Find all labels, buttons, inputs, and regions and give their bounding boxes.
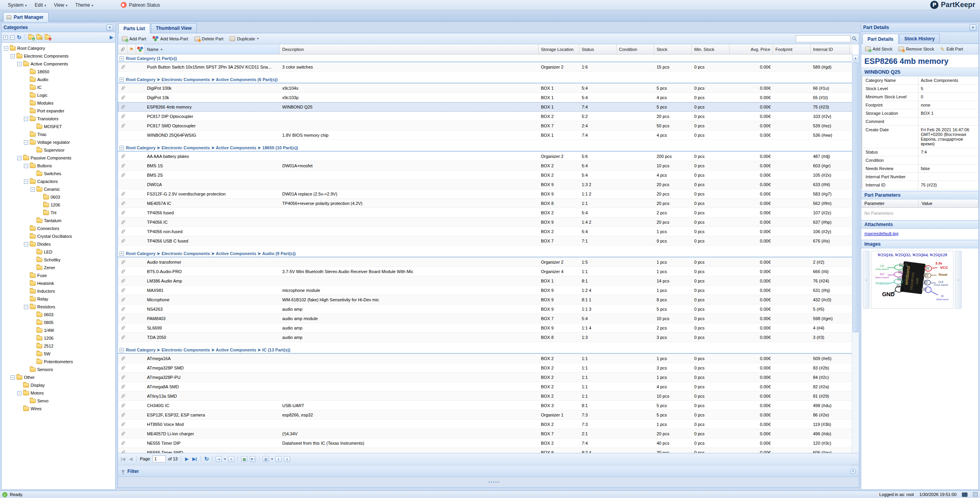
tab-thumbnail-view[interactable]: Thumbnail View — [151, 23, 197, 33]
sync-indicator-icon[interactable] — [973, 492, 978, 497]
group-collapse-icon[interactable]: − — [120, 78, 124, 82]
search-input[interactable] — [796, 35, 851, 42]
table-row[interactable]: ATmega328P SMDBOX 21:13 pcs0 pcs0.00€83 … — [118, 363, 853, 373]
tab-stock-history[interactable]: Stock History — [899, 34, 940, 43]
tree-item[interactable]: 0603 — [2, 193, 115, 201]
table-row[interactable]: TP4056 USB C fusedBOX 77:19 pcs0 pcs0.00… — [118, 236, 853, 246]
filter-add-icon[interactable]: ▼+ — [250, 456, 256, 462]
column-footprint[interactable]: Footprint — [773, 44, 811, 54]
table-row[interactable]: ME4057D Li-Ion charger(!)4.34VBOX 72:120… — [118, 429, 853, 438]
panel-resize-strip[interactable] — [118, 476, 859, 487]
collapse-right-panel-button[interactable]: » — [969, 24, 976, 31]
table-row[interactable]: PAM8403audio amp moduleBOX 75:410 pcs0 p… — [118, 314, 853, 323]
tree-item[interactable]: −Passive Components — [2, 154, 115, 162]
system-monitor-icon[interactable] — [962, 493, 967, 497]
tree-item[interactable]: Heatsink — [2, 279, 115, 287]
tree-item[interactable]: −Active Components — [2, 60, 115, 68]
add-part-button[interactable]: + Add Part — [120, 36, 148, 42]
tree-item[interactable]: Modules — [2, 99, 115, 107]
table-row[interactable]: Push Button Switch 10x15mm SPST 2Pin 3A … — [118, 62, 853, 72]
tree-item[interactable]: 5W — [2, 350, 115, 358]
patreon-status-button[interactable]: Patreon Status — [121, 2, 160, 8]
attachment-link[interactable]: maxresdefault.jpg — [864, 231, 898, 236]
scrollbar-thumb[interactable] — [853, 62, 858, 332]
tree-item[interactable]: −Other — [2, 373, 115, 381]
collapse-left-panel-button[interactable]: « — [106, 24, 113, 31]
column-name[interactable]: Name▲ — [145, 44, 280, 54]
tree-item[interactable]: Potentiometers — [2, 358, 115, 366]
columns-icon[interactable]: ▥ — [263, 456, 269, 462]
restore-grid-state-icon[interactable]: ⇓ — [284, 456, 290, 462]
scroll-up-icon[interactable]: ▲ — [853, 55, 858, 61]
table-row[interactable]: ME4057A ICTP4056+reverse polarity protec… — [118, 199, 853, 208]
tree-item[interactable]: −Transistors — [2, 115, 115, 123]
table-row[interactable]: ATtiny13a SMDBOX 21:110 pcs0 pcs0.00€81 … — [118, 391, 853, 401]
page-last-button[interactable]: ▶| — [192, 456, 198, 462]
tree-item[interactable]: Schottky — [2, 256, 115, 264]
tree-collapse-icon[interactable]: − — [17, 391, 22, 395]
table-row[interactable]: FS312F-G 2.9V overdischarge protectionDW… — [118, 189, 853, 199]
table-row[interactable]: CH340G ICUSB-UARTBOX 38:15 pcs0 pcs0.00€… — [118, 401, 853, 410]
tree-item[interactable]: 0805 — [2, 319, 115, 326]
column-stock[interactable]: Stock — [654, 44, 692, 54]
menu-edit[interactable]: Edit▾ — [31, 1, 50, 9]
expand-filter-icon[interactable]: ∧ — [850, 469, 856, 474]
table-row[interactable]: TDA 2050audio ampBOX 81:33 pcs0 pcs0.00€… — [118, 333, 853, 342]
table-row[interactable]: DigiPot 100kx9c104sBOX 15:45 pcs0 pcs0.0… — [118, 83, 853, 93]
table-row[interactable]: LM386 Audio AmpBOX 18:114 pcs0 pcs0.00€7… — [118, 276, 853, 286]
tree-item[interactable]: IC — [2, 83, 115, 91]
table-row[interactable]: SL6699audio ampBOX 91:1 42 pcs0 pcs0.00€… — [118, 323, 853, 333]
column-internal-id[interactable]: Internal ID — [811, 44, 850, 54]
tree-item[interactable]: Port expander — [2, 107, 115, 115]
tree-item[interactable]: 2512 — [2, 342, 115, 350]
expand-all-button[interactable]: + — [4, 35, 8, 40]
table-row[interactable]: ESP12F, ESP32, ESP cameraesp8266, esp32O… — [118, 410, 853, 420]
search-icon[interactable] — [852, 36, 857, 41]
group-collapse-icon[interactable]: − — [120, 146, 124, 150]
filter-bar[interactable]: Filter ∧ — [118, 465, 859, 476]
column-avg-price[interactable]: Avg. Price — [730, 44, 773, 54]
table-row[interactable]: ATmega8A SMDBOX 21:14 pcs0 pcs0.00€82 (#… — [118, 382, 853, 391]
tree-item[interactable]: Crystal Oscillators — [2, 232, 115, 240]
table-row[interactable]: ATmega328P-PUBOX 21:11 pcs0 pcs0.00€84 (… — [118, 373, 853, 382]
page-next-button[interactable]: ▶ — [184, 456, 189, 462]
table-row[interactable]: ATmega16ABOX 21:11 pcs0 pcs0.00€509 (#e5… — [118, 354, 853, 363]
apply-arrow-icon[interactable]: ▶ — [110, 34, 113, 40]
tree-item[interactable]: Audio — [2, 76, 115, 83]
tab-part-details[interactable]: Part Details — [862, 34, 898, 44]
column-condition[interactable]: Condition — [617, 44, 654, 54]
refresh-tree-icon[interactable]: ↻ — [17, 34, 22, 40]
table-row[interactable]: MicrophoneWM-61B102 (fake) High Sensetiv… — [118, 295, 853, 304]
group-collapse-icon[interactable]: − — [120, 56, 124, 61]
table-row[interactable]: ESP8266 4mb memoryWINBOND Q25BOX 17:45 p… — [118, 102, 853, 112]
tree-item[interactable]: TH — [2, 209, 115, 217]
tree-item[interactable]: Triac — [2, 130, 115, 138]
tree-item[interactable]: Servo — [2, 397, 115, 405]
collapse-all-button[interactable]: − — [10, 35, 15, 40]
tree-item[interactable]: Supervisor — [2, 146, 115, 154]
tree-item[interactable]: Connectors — [2, 225, 115, 232]
tree-item[interactable]: Relay — [2, 295, 115, 303]
table-row[interactable]: Audio transformerOrganizer 21:51 pcs0 pc… — [118, 257, 853, 267]
tree-item[interactable]: Tantalum — [2, 217, 115, 225]
tree-item[interactable]: −Capacitors — [2, 177, 115, 185]
table-row[interactable]: NS4263audio ampBOX 91:1 35 pcs0 pcs0.00€… — [118, 304, 853, 314]
tree-item[interactable]: Zener — [2, 264, 115, 272]
edit-category-icon[interactable]: ✎ — [36, 35, 42, 40]
tree-item[interactable]: Display — [2, 381, 115, 389]
tree-item[interactable]: Sensors — [2, 366, 115, 373]
table-row[interactable]: HT8950 Voice ModBOX 27:31 pcs0 pcs0.00€1… — [118, 420, 853, 429]
table-row[interactable]: DW01ABOX 91:3 220 pcs0 pcs0.00€633 (#hl) — [118, 180, 853, 189]
tree-item[interactable]: −Buttons — [2, 162, 115, 170]
duplicate-button[interactable]: Duplicate ▾ — [228, 36, 261, 42]
table-row[interactable]: AA AAA battery platesOrganizer 25:6200 p… — [118, 152, 853, 161]
add-category-icon[interactable]: + — [28, 35, 34, 40]
tree-item[interactable]: 0603 — [2, 311, 115, 319]
table-row[interactable]: TP4056 ICBOX 91:4 220 pcs0 pcs0.00€637 (… — [118, 217, 853, 227]
table-row[interactable]: BMS 1SDW01A+mosfetBOX 25:410 pcs0 pcs0.0… — [118, 161, 853, 170]
tab-parts-list[interactable]: Parts List — [118, 23, 150, 33]
group-header[interactable]: −Root Category ➤ Electronic Components ➤… — [118, 145, 853, 152]
tree-collapse-icon[interactable]: − — [17, 156, 22, 160]
part-image-thumbnail[interactable]: W25Q16, W25Q32, W25Q64, W25Q128 winb — [871, 251, 953, 309]
table-row[interactable]: BT5.0-Audio-PRO3.7-5V Mini Bluetooth Ste… — [118, 267, 853, 276]
